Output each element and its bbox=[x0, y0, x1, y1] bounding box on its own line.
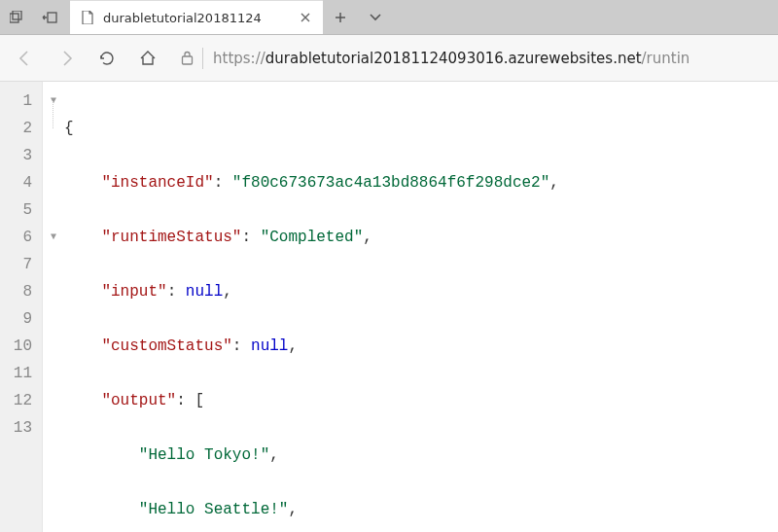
line-number: 4 bbox=[6, 169, 32, 196]
json-viewer: 1 2 3 4 5 6 7 8 9 10 11 12 13 ▼ ▼ { "ins… bbox=[0, 82, 778, 532]
line-number: 10 bbox=[6, 333, 32, 360]
line-number: 8 bbox=[6, 278, 32, 305]
line-number: 13 bbox=[6, 414, 32, 442]
address-bar[interactable]: https://durabletutorial20181124093016.az… bbox=[171, 43, 770, 74]
tabs-menu-chevron-icon[interactable] bbox=[358, 0, 393, 34]
line-number: 9 bbox=[6, 305, 32, 333]
forward-button[interactable] bbox=[49, 41, 84, 76]
line-number: 11 bbox=[6, 360, 32, 387]
svg-rect-1 bbox=[13, 11, 21, 19]
back-button[interactable] bbox=[8, 41, 43, 76]
line-gutter: 1 2 3 4 5 6 7 8 9 10 11 12 13 bbox=[0, 82, 43, 532]
svg-rect-2 bbox=[48, 13, 56, 22]
navbar: https://durabletutorial20181124093016.az… bbox=[0, 35, 778, 82]
url-scheme: https:// bbox=[213, 50, 265, 67]
url-host: durabletutorial20181124093016.azurewebsi… bbox=[265, 50, 642, 67]
url-path: /runtin bbox=[642, 50, 690, 67]
line-number: 12 bbox=[6, 387, 32, 414]
line-number: 6 bbox=[6, 224, 32, 251]
tab-active[interactable]: durabletutorial20181124 bbox=[70, 0, 323, 34]
close-icon[interactable] bbox=[298, 10, 313, 25]
svg-rect-3 bbox=[182, 56, 192, 64]
home-button[interactable] bbox=[130, 41, 165, 76]
line-number: 1 bbox=[6, 88, 32, 115]
file-icon bbox=[80, 10, 95, 25]
tab-strip: durabletutorial20181124 bbox=[66, 0, 778, 34]
line-number: 2 bbox=[6, 115, 32, 142]
svg-rect-0 bbox=[10, 14, 18, 22]
code-area[interactable]: { "instanceId": "f80c673673ac4a13bd8864f… bbox=[64, 82, 559, 532]
line-number: 3 bbox=[6, 142, 32, 169]
new-tab-button[interactable] bbox=[323, 0, 358, 34]
fold-gutter: ▼ ▼ bbox=[43, 82, 64, 532]
fold-toggle-icon[interactable]: ▼ bbox=[43, 88, 64, 115]
line-number: 7 bbox=[6, 251, 32, 278]
tab-title: durabletutorial20181124 bbox=[103, 11, 290, 25]
refresh-button[interactable] bbox=[89, 41, 124, 76]
fold-toggle-icon[interactable]: ▼ bbox=[43, 224, 64, 251]
address-separator bbox=[202, 48, 203, 69]
lock-icon bbox=[171, 43, 202, 74]
restore-tabs-icon[interactable] bbox=[0, 0, 33, 34]
set-aside-tabs-icon[interactable] bbox=[33, 0, 66, 34]
titlebar: durabletutorial20181124 bbox=[0, 0, 778, 35]
url-text: https://durabletutorial20181124093016.az… bbox=[213, 50, 770, 67]
line-number: 5 bbox=[6, 196, 32, 224]
